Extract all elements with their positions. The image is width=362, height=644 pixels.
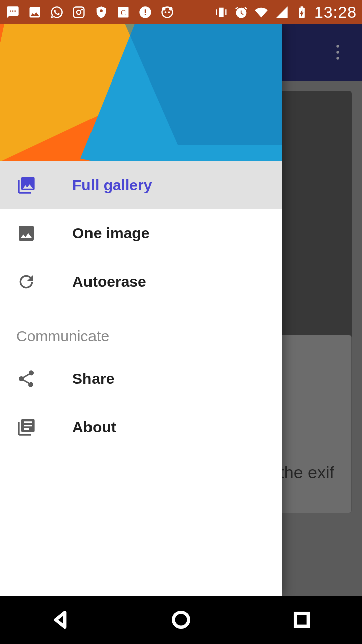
notification-instagram-icon (71, 5, 86, 20)
drawer-item-share[interactable]: Share (0, 355, 282, 403)
notification-shield-icon (94, 5, 109, 20)
drawer-item-label: Autoerase (72, 273, 146, 290)
nav-back-button[interactable] (44, 604, 76, 636)
notification-sms-icon (5, 5, 20, 20)
refresh-icon (16, 272, 36, 292)
status-vibrate-icon (214, 5, 229, 20)
svg-point-5 (165, 11, 167, 13)
library-books-icon (16, 417, 36, 437)
nav-home-button[interactable] (165, 604, 197, 636)
collections-icon (16, 175, 36, 195)
svg-text:C: C (121, 8, 126, 17)
drawer-item-about[interactable]: About (0, 403, 282, 451)
navigation-drawer: Full gallery One image Autoerase Communi… (0, 24, 282, 596)
status-alarm-icon (234, 5, 249, 20)
svg-point-10 (173, 612, 188, 627)
drawer-item-one-image[interactable]: One image (0, 209, 282, 258)
drawer-item-autoerase[interactable]: Autoerase (0, 258, 282, 306)
notification-calendar-c-icon: C (116, 5, 131, 20)
svg-point-3 (162, 7, 166, 11)
android-nav-bar (0, 596, 362, 644)
drawer-header-image (0, 24, 282, 161)
notification-image-icon (27, 5, 42, 20)
status-right-icons: 13:28 (214, 3, 357, 22)
drawer-list: Full gallery One image Autoerase Communi… (0, 161, 282, 596)
svg-point-4 (169, 7, 173, 11)
drawer-item-full-gallery[interactable]: Full gallery (0, 161, 282, 209)
image-icon (16, 223, 36, 244)
status-wifi-icon (254, 5, 269, 20)
nav-recents-button[interactable] (286, 604, 318, 636)
status-left-icons: C (5, 5, 175, 20)
drawer-item-label: Share (72, 370, 114, 387)
status-battery-charging-icon (294, 5, 309, 20)
status-cell-icon (274, 5, 289, 20)
notification-cleaner-icon (138, 5, 153, 20)
drawer-item-label: One image (72, 225, 149, 242)
notification-whatsapp-icon (49, 5, 64, 20)
svg-rect-11 (295, 613, 308, 626)
android-status-bar: C 13:28 (0, 0, 362, 24)
share-icon (16, 369, 36, 389)
drawer-item-label: About (72, 419, 116, 436)
notification-panda-icon (160, 5, 175, 20)
drawer-section-header: Communicate (0, 313, 282, 355)
svg-point-6 (168, 11, 170, 13)
drawer-item-label: Full gallery (72, 177, 152, 194)
status-clock: 13:28 (314, 3, 357, 22)
